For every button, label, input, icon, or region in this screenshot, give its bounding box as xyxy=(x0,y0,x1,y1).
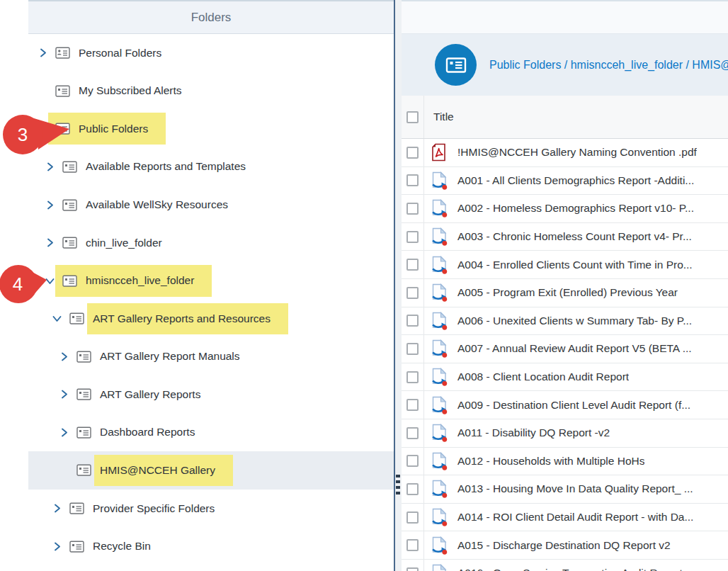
table-row: A001 - All Clients Demographics Report -… xyxy=(402,167,728,196)
document-title-link[interactable]: A012 - Households with Multiple HoHs xyxy=(457,455,644,468)
chevron-right-icon[interactable] xyxy=(58,426,69,438)
row-checkbox-cell xyxy=(402,307,424,335)
tree-item-personal-folders[interactable]: Personal Folders xyxy=(28,34,394,72)
row-checkbox[interactable] xyxy=(406,567,419,571)
row-checkbox[interactable] xyxy=(406,539,419,551)
folder-icon xyxy=(69,312,84,325)
file-list: !HMIS@NCCEH Gallery Naming Convention .p… xyxy=(402,139,728,571)
document-title-link[interactable]: A007 - Annual Review Audit Report V5 (BE… xyxy=(457,342,692,355)
tree-item-label: Recycle Bin xyxy=(93,540,151,553)
table-row: A004 - Enrolled Clients Count with Time … xyxy=(402,251,728,279)
row-checkbox[interactable] xyxy=(406,287,419,299)
document-title-link[interactable]: A003 - Chronic Homeless Count Report v4-… xyxy=(457,230,692,243)
row-checkbox[interactable] xyxy=(406,147,419,159)
chevron-right-icon[interactable] xyxy=(51,503,62,514)
document-title-link[interactable]: A005 - Program Exit (Enrolled) Previous … xyxy=(457,286,678,299)
tree-item-public-folders[interactable]: Public Folders xyxy=(28,110,394,148)
chevron-spacer xyxy=(37,85,48,96)
chevron-right-icon[interactable] xyxy=(51,541,62,552)
tree-item-hmisncceh-live-folder[interactable]: hmisncceh_live_folder xyxy=(28,261,394,300)
select-all-checkbox[interactable] xyxy=(406,111,419,123)
webi-report-icon xyxy=(431,480,448,499)
folder-icon xyxy=(69,502,84,515)
row-checkbox[interactable] xyxy=(406,511,419,524)
table-row: A015 - Discharge Destination DQ Report v… xyxy=(402,531,728,560)
chevron-right-icon[interactable] xyxy=(58,389,69,400)
row-checkbox[interactable] xyxy=(406,259,419,271)
chevron-right-icon[interactable] xyxy=(44,199,55,210)
row-checkbox[interactable] xyxy=(406,343,419,355)
document-title-link[interactable]: A013 - Housing Move In Data Quality Repo… xyxy=(457,482,693,495)
row-checkbox-cell xyxy=(402,251,424,278)
folder-icon xyxy=(69,540,84,553)
webi-report-icon xyxy=(431,508,448,527)
tree-item-hmis-ncceh-gallery[interactable]: HMIS@NCCEH Gallery xyxy=(28,451,394,490)
document-title-link[interactable]: A011 - Disability DQ Report -v2 xyxy=(457,426,610,439)
row-checkbox-cell xyxy=(402,139,424,166)
row-checkbox[interactable] xyxy=(406,371,419,383)
tree-item-chin-live-folder[interactable]: chin_live_folder xyxy=(28,224,394,262)
webi-report-icon xyxy=(431,536,448,555)
tree-item-provider-specific-folders[interactable]: Provider Specific Folders xyxy=(28,490,394,528)
tree-item-art-gallery-reports-and-resources[interactable]: ART Gallery Reports and Resources xyxy=(28,300,394,338)
folder-icon xyxy=(55,84,70,98)
document-title-link[interactable]: A016 - Open Service Transaction Audit Re… xyxy=(457,567,683,571)
document-title-link[interactable]: A001 - All Clients Demographics Report -… xyxy=(457,174,694,187)
tree-item-art-gallery-report-manuals[interactable]: ART Gallery Report Manuals xyxy=(28,338,394,376)
splitter-grip-icon[interactable] xyxy=(396,475,400,494)
row-checkbox[interactable] xyxy=(406,231,419,243)
tree-item-label: Personal Folders xyxy=(79,47,161,60)
webi-report-icon xyxy=(431,368,448,387)
folder-icon xyxy=(76,463,91,477)
chevron-right-icon[interactable] xyxy=(44,237,55,249)
webi-report-icon xyxy=(431,227,448,247)
document-title-link[interactable]: !HMIS@NCCEH Gallery Naming Convention .p… xyxy=(457,146,697,159)
webi-report-icon xyxy=(431,255,448,274)
select-all-cell xyxy=(402,96,424,138)
row-checkbox[interactable] xyxy=(406,455,419,467)
row-checkbox[interactable] xyxy=(406,483,419,495)
tree-item-label: chin_live_folder xyxy=(86,237,162,249)
table-row: A016 - Open Service Transaction Audit Re… xyxy=(402,560,728,571)
document-title-link[interactable]: A015 - Discharge Destination DQ Report v… xyxy=(457,539,671,552)
chevron-down-icon[interactable] xyxy=(51,313,62,324)
personal-folder-icon xyxy=(55,46,70,60)
tree-item-available-reports-and-templates[interactable]: Available Reports and Templates xyxy=(28,148,394,186)
document-title-link[interactable]: A009 - Destination Client Level Audit Re… xyxy=(457,399,690,412)
document-title-link[interactable]: A002 - Homeless Demographics Report v10-… xyxy=(457,202,694,215)
table-header-row: Title xyxy=(402,96,728,139)
tree-item-my-subscribed-alerts[interactable]: My Subscribed Alerts xyxy=(28,72,394,111)
table-row: A013 - Housing Move In Data Quality Repo… xyxy=(402,475,728,504)
pdf-file-icon xyxy=(431,143,448,162)
row-checkbox[interactable] xyxy=(406,399,419,411)
folder-icon xyxy=(62,236,77,249)
row-checkbox[interactable] xyxy=(406,427,419,439)
folder-icon xyxy=(76,350,91,363)
row-checkbox-cell xyxy=(402,504,424,531)
row-checkbox-cell xyxy=(402,195,424,222)
table-row: A005 - Program Exit (Enrolled) Previous … xyxy=(402,279,728,307)
tree-item-label: ART Gallery Report Manuals xyxy=(100,350,240,363)
row-checkbox-cell xyxy=(402,167,424,195)
row-checkbox[interactable] xyxy=(406,203,419,215)
document-title-link[interactable]: A014 - ROI Client Detail Audit Report - … xyxy=(457,511,693,524)
chevron-right-icon[interactable] xyxy=(44,161,55,172)
folder-icon xyxy=(76,426,91,439)
webi-report-icon xyxy=(431,451,448,470)
breadcrumb[interactable]: Public Folders / hmisncceh_live_folder /… xyxy=(489,59,728,72)
tree-item-art-gallery-reports[interactable]: ART Gallery Reports xyxy=(28,375,394,414)
callout-pin-4: 4 xyxy=(0,264,48,305)
chevron-right-icon[interactable] xyxy=(37,47,48,59)
folder-icon xyxy=(62,160,77,174)
chevron-right-icon[interactable] xyxy=(58,351,69,362)
document-title-link[interactable]: A006 - Unexited Clients w Summary Tab- B… xyxy=(457,315,692,327)
tree-item-dashboard-reports[interactable]: Dashboard Reports xyxy=(28,414,394,452)
row-checkbox[interactable] xyxy=(406,174,419,186)
document-title-link[interactable]: A004 - Enrolled Clients Count with Time … xyxy=(457,259,693,271)
tree-item-recycle-bin[interactable]: Recycle Bin xyxy=(28,527,394,565)
panel-splitter[interactable] xyxy=(394,0,402,571)
tree-item-available-wellsky-resources[interactable]: Available WellSky Resources xyxy=(28,186,394,224)
document-title-link[interactable]: A008 - Client Location Audit Report xyxy=(457,371,629,383)
row-checkbox[interactable] xyxy=(406,315,419,327)
folder-circle-icon xyxy=(435,44,477,86)
